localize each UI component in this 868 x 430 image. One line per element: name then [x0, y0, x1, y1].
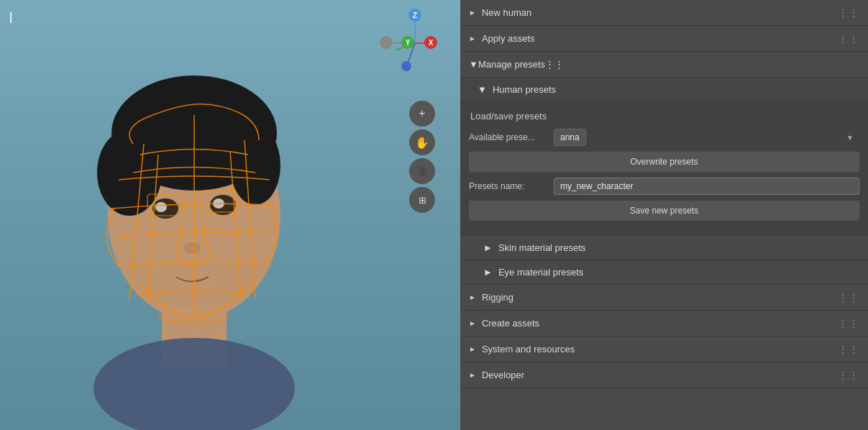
svg-point-7 [93, 338, 295, 430]
save-new-presets-button[interactable]: Save new presets [469, 201, 859, 221]
eye-material-arrow: ► [483, 267, 493, 278]
rigging-label: Rigging [482, 292, 838, 303]
create-assets-arrow: ► [469, 319, 476, 327]
svg-point-10 [230, 126, 280, 205]
eye-material-label: Eye material presets [498, 267, 584, 278]
presets-section-title: Load/save presets [469, 111, 859, 122]
presets-name-row: Presets name: [469, 178, 859, 195]
developer-dots: ⋮⋮ [838, 370, 859, 381]
sidebar-item-human-presets[interactable]: ▼ Human presets [460, 78, 868, 102]
available-presets-select[interactable]: anna [554, 129, 586, 146]
overwrite-presets-button[interactable]: Overwrite presets [469, 152, 859, 172]
presets-name-label: Presets name: [469, 181, 548, 191]
svg-point-15 [183, 242, 201, 254]
available-presets-row: Available prese... anna [469, 129, 859, 146]
viewport-panel[interactable]: I Z X Y + ✋ 🎥 ⊞ [0, 0, 460, 430]
sidebar-item-system-resources[interactable]: ► System and resources ⋮⋮ [460, 337, 868, 362]
sidebar-item-skin-material[interactable]: ► Skin material presets [460, 236, 868, 260]
human-presets-label: Human presets [493, 84, 556, 95]
apply-assets-dots: ⋮⋮ [838, 33, 859, 45]
sidebar-item-eye-material[interactable]: ► Eye material presets [460, 260, 868, 285]
svg-point-9 [97, 129, 162, 216]
load-save-presets-section: Load/save presets Available prese... ann… [460, 102, 868, 236]
sidebar-item-new-human[interactable]: ► New human ⋮⋮ [460, 0, 868, 26]
right-panel: ► New human ⋮⋮ ► Apply assets ⋮⋮ ▼ Manag… [460, 0, 868, 430]
sidebar-item-manage-presets[interactable]: ▼ Manage presets ⋮⋮ [460, 52, 868, 78]
system-resources-arrow: ► [469, 345, 476, 353]
system-resources-label: System and resources [482, 344, 838, 354]
new-human-dots: ⋮⋮ [838, 7, 859, 19]
sidebar-item-create-assets[interactable]: ► Create assets ⋮⋮ [460, 311, 868, 337]
create-assets-dots: ⋮⋮ [838, 318, 859, 329]
rigging-arrow: ► [469, 293, 476, 301]
new-human-label: New human [482, 7, 838, 18]
apply-assets-label: Apply assets [482, 33, 838, 44]
available-presets-select-wrapper[interactable]: anna [554, 129, 859, 146]
apply-assets-arrow: ► [469, 35, 476, 42]
human-presets-arrow: ▼ [478, 84, 487, 95]
skin-material-label: Skin material presets [498, 242, 585, 253]
sidebar-item-apply-assets[interactable]: ► Apply assets ⋮⋮ [460, 26, 868, 52]
new-human-arrow: ► [469, 9, 476, 17]
skin-material-arrow: ► [483, 242, 493, 253]
available-presets-label: Available prese... [469, 132, 548, 142]
sidebar-item-rigging[interactable]: ► Rigging ⋮⋮ [460, 285, 868, 311]
sidebar-item-developer[interactable]: ► Developer ⋮⋮ [460, 362, 868, 388]
developer-arrow: ► [469, 371, 476, 379]
character-svg [0, 0, 460, 430]
svg-point-13 [155, 202, 167, 212]
system-resources-dots: ⋮⋮ [838, 344, 859, 355]
rigging-dots: ⋮⋮ [838, 292, 859, 303]
presets-name-input[interactable] [554, 178, 859, 195]
manage-presets-arrow: ▼ [469, 59, 478, 70]
manage-presets-label: Manage presets [478, 59, 545, 70]
manage-presets-dots: ⋮⋮ [545, 59, 564, 70]
developer-label: Developer [482, 370, 838, 380]
create-assets-label: Create assets [482, 318, 838, 329]
